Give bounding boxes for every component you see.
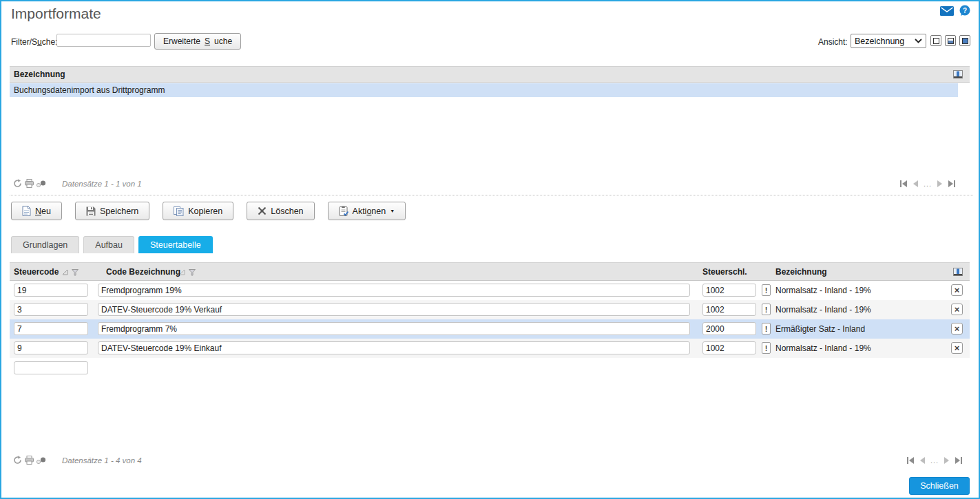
next-page-icon[interactable] — [944, 457, 949, 464]
page-title: Importformate — [11, 6, 101, 22]
print-icon[interactable] — [25, 179, 34, 188]
steuerschl-input[interactable] — [702, 284, 756, 297]
steuercode-input[interactable] — [14, 284, 88, 297]
tab-grundlagen[interactable]: Grundlagen — [11, 236, 79, 253]
delete-row-button[interactable]: × — [951, 323, 963, 335]
prev-page-icon[interactable] — [920, 457, 925, 464]
caret-down-icon: ▼ — [390, 209, 395, 213]
refresh-icon[interactable] — [13, 179, 22, 188]
filter-icon-steuercode[interactable] — [72, 269, 79, 276]
last-page-icon[interactable] — [948, 180, 955, 187]
first-page-icon[interactable] — [907, 457, 915, 464]
toggle-view-icon[interactable] — [36, 179, 46, 188]
tax-table-body: ! Normalsatz - Inland - 19% × ! Normalsa… — [10, 281, 970, 377]
code-bezeichnung-input[interactable] — [98, 341, 690, 354]
steuercode-input[interactable] — [14, 303, 88, 316]
filter-search-input[interactable] — [56, 34, 151, 47]
column-settings-icon[interactable] — [953, 268, 963, 276]
sort-icon-steuercode[interactable] — [62, 269, 68, 275]
first-page-icon[interactable] — [900, 180, 908, 187]
close-button[interactable]: Schließen — [909, 477, 970, 495]
help-icon[interactable]: ? — [959, 5, 970, 16]
list-record-count: Datensätze 1 - 1 von 1 — [62, 180, 142, 188]
list-row[interactable]: Buchungsdatenimport aus Drittprogramm — [10, 83, 958, 97]
steuerschl-input[interactable] — [702, 303, 756, 316]
new-document-icon — [22, 206, 31, 216]
tax-table-header: Steuercode Code Bezeichnung Steuerschl. … — [10, 262, 970, 281]
steuercode-input[interactable] — [14, 322, 88, 335]
page-select[interactable]: ... — [930, 456, 939, 465]
tax-record-count: Datensätze 1 - 4 von 4 — [62, 456, 142, 465]
copy-button[interactable]: Kopieren — [163, 202, 233, 220]
steuerschl-lookup-button[interactable]: ! — [762, 342, 771, 354]
next-page-icon[interactable] — [937, 180, 942, 187]
record-toolbar: Neu Speichern — [11, 202, 406, 220]
code-bezeichnung-input[interactable] — [98, 303, 690, 316]
code-bezeichnung-input[interactable] — [98, 284, 690, 297]
bezeichnung-text: Normalsatz - Inland - 19% — [775, 300, 871, 319]
tax-row-1[interactable]: ! Normalsatz - Inland - 19% × — [10, 281, 970, 300]
detail-tabs: Grundlagen Aufbau Steuertabelle — [11, 236, 213, 253]
bezeichnung-text: Ermäßigter Satz - Inland — [775, 319, 865, 339]
actions-menu-button[interactable]: Aktionen ▼ — [328, 202, 406, 220]
delete-row-button[interactable]: × — [951, 304, 963, 315]
list-pager: ... — [900, 180, 955, 188]
list-column-header[interactable]: Bezeichnung — [10, 66, 970, 83]
column-settings-icon[interactable] — [953, 70, 963, 78]
svg-text:?: ? — [963, 7, 967, 14]
col-steuercode[interactable]: Steuercode — [14, 263, 59, 281]
steuercode-input[interactable] — [14, 341, 88, 354]
tax-row-3-selected[interactable]: ! Ermäßigter Satz - Inland × — [10, 319, 970, 339]
tab-aufbau[interactable]: Aufbau — [83, 236, 134, 253]
mail-icon[interactable] — [940, 6, 954, 16]
view-mode-list-button[interactable] — [930, 35, 941, 46]
sort-icon-code-bezeichnung[interactable] — [179, 269, 185, 275]
tax-pager: ... — [907, 456, 962, 465]
view-mode-detail-button[interactable] — [959, 35, 970, 46]
prev-page-icon[interactable] — [913, 180, 918, 187]
last-page-icon[interactable] — [955, 457, 962, 464]
col-bezeichnung[interactable]: Bezeichnung — [775, 263, 827, 281]
filter-label: Filter/Suche: — [11, 37, 57, 47]
view-label: Ansicht: — [818, 37, 848, 47]
steuerschl-input[interactable] — [702, 341, 756, 354]
chevron-down-icon — [915, 39, 922, 43]
bezeichnung-text: Normalsatz - Inland - 19% — [775, 281, 871, 300]
col-steuerschl[interactable]: Steuerschl. — [702, 263, 747, 281]
save-icon — [86, 206, 96, 216]
copy-icon — [174, 206, 184, 216]
bezeichnung-text: Normalsatz - Inland - 19% — [775, 339, 871, 358]
view-dropdown[interactable]: Bezeichnung — [851, 34, 926, 48]
delete-row-button[interactable]: × — [951, 284, 963, 296]
col-code-bezeichnung[interactable]: Code Bezeichnung — [106, 263, 180, 281]
delete-button[interactable]: Löschen — [247, 202, 314, 220]
steuerschl-input[interactable] — [702, 322, 756, 335]
refresh-icon[interactable] — [13, 456, 22, 465]
tax-row-new[interactable] — [10, 358, 970, 376]
steuerschl-lookup-button[interactable]: ! — [762, 323, 771, 335]
filter-icon-code-bezeichnung[interactable] — [189, 269, 196, 276]
page-select[interactable]: ... — [924, 180, 932, 188]
steuerschl-lookup-button[interactable]: ! — [762, 304, 771, 315]
toggle-view-icon[interactable] — [36, 456, 46, 465]
print-icon[interactable] — [25, 456, 34, 465]
advanced-search-button[interactable]: Erweiterte Suche — [154, 33, 241, 50]
importformate-window: Importformate ? Filter/Suche: Erweiterte… — [0, 0, 980, 499]
separator — [10, 195, 973, 195]
tab-steuertabelle[interactable]: Steuertabelle — [138, 236, 213, 253]
code-bezeichnung-input[interactable] — [98, 322, 690, 335]
actions-clipboard-icon — [339, 206, 348, 216]
steuerschl-lookup-button[interactable]: ! — [762, 284, 771, 296]
delete-row-button[interactable]: × — [951, 342, 963, 354]
view-dropdown-value: Bezeichnung — [855, 36, 904, 46]
steuercode-new-input[interactable] — [14, 361, 88, 374]
tax-row-4[interactable]: ! Normalsatz - Inland - 19% × — [10, 339, 970, 358]
tax-row-2[interactable]: ! Normalsatz - Inland - 19% × — [10, 300, 970, 319]
view-mode-split-button[interactable] — [945, 35, 956, 46]
save-button[interactable]: Speichern — [75, 202, 149, 220]
delete-x-icon — [258, 206, 267, 215]
new-button[interactable]: Neu — [11, 202, 62, 220]
